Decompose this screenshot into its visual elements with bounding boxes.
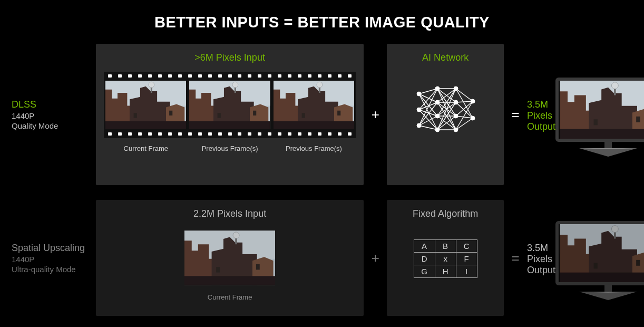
svg-point-46 — [417, 92, 421, 96]
output-header: 3.5M Pixels Output — [527, 243, 555, 276]
svg-point-49 — [435, 86, 440, 91]
row-dlss: DLSS 1440P Quality Mode >6M Pixels Input — [0, 44, 644, 185]
sprocket-row — [104, 131, 356, 137]
frame-label: Current Frame — [208, 293, 252, 301]
input-header: >6M Pixels Input — [194, 52, 265, 63]
equals-icon: = — [504, 107, 527, 123]
monitor-icon — [555, 78, 644, 157]
svg-point-51 — [435, 114, 440, 118]
output-panel-dlss: 3.5M Pixels Output — [527, 44, 639, 185]
frame-labels: Current Frame Previous Frame(s) Previous… — [104, 145, 356, 152]
svg-line-38 — [456, 89, 473, 101]
monitor-screen — [555, 221, 644, 285]
filmstrip-frames — [104, 79, 356, 131]
row-spatial: Spatial Upscaling 1440P Ultra-quality Mo… — [0, 200, 644, 316]
frame-thumb — [184, 230, 275, 286]
network-panel-spatial: Fixed Algorithm A B C D x F G H I — [387, 200, 504, 316]
svg-point-56 — [454, 128, 458, 132]
monitor-base — [579, 292, 637, 300]
input-header: 2.2M Pixels Input — [193, 208, 266, 219]
kernel-cell: C — [456, 240, 477, 253]
kernel-cell: A — [414, 240, 435, 253]
svg-point-57 — [471, 99, 475, 103]
frame-thumb — [274, 80, 354, 130]
svg-line-45 — [456, 118, 473, 130]
input-panel-spatial: 2.2M Pixels Input Current Frame — [96, 200, 364, 316]
monitor-base — [579, 148, 637, 157]
monitor-stand — [604, 142, 612, 148]
resolution-label: 1440P — [12, 255, 96, 264]
network-header: Fixed Algorithm — [413, 208, 478, 219]
monitor-stand — [604, 285, 612, 292]
svg-point-50 — [435, 100, 440, 104]
svg-point-54 — [454, 100, 458, 104]
tech-name: Spatial Upscaling — [12, 243, 96, 254]
frame-label: Previous Frame(s) — [188, 145, 271, 152]
svg-line-44 — [456, 116, 473, 118]
network-header: AI Network — [422, 52, 469, 63]
convolution-kernel-icon: A B C D x F G H I — [414, 239, 477, 278]
kernel-cell: I — [456, 265, 477, 278]
svg-point-58 — [471, 116, 475, 120]
comparison-rows: DLSS 1440P Quality Mode >6M Pixels Input — [0, 44, 644, 316]
input-panel-dlss: >6M Pixels Input — [96, 44, 364, 185]
monitor-icon — [555, 221, 644, 300]
frame-thumb — [105, 80, 186, 130]
output-header: 3.5M Pixels Output — [527, 99, 555, 132]
filmstrip-icon — [104, 72, 356, 138]
tech-name: DLSS — [12, 99, 96, 110]
svg-point-48 — [417, 123, 421, 128]
svg-line-21 — [419, 126, 437, 130]
monitor-screen — [555, 78, 644, 142]
plus-icon: + — [364, 107, 387, 123]
svg-line-39 — [456, 101, 473, 102]
svg-point-52 — [435, 128, 440, 132]
kernel-cell: D — [414, 253, 435, 265]
svg-line-11 — [419, 94, 437, 102]
sprocket-row — [104, 73, 356, 79]
kernel-cell: F — [456, 253, 477, 265]
resolution-label: 1440P — [12, 111, 96, 120]
plus-icon: + — [364, 250, 387, 266]
svg-point-53 — [454, 86, 458, 91]
kernel-cell: B — [435, 240, 456, 253]
svg-point-55 — [454, 114, 458, 118]
frame-thumb — [189, 80, 270, 130]
frame-label: Current Frame — [104, 145, 188, 152]
mode-label: Quality Mode — [12, 121, 96, 130]
frame-label: Previous Frame(s) — [272, 145, 356, 152]
neural-network-icon — [414, 83, 477, 136]
kernel-cell: H — [435, 265, 456, 278]
row-label-dlss: DLSS 1440P Quality Mode — [12, 99, 96, 130]
output-panel-spatial: 3.5M Pixels Output — [527, 200, 639, 316]
kernel-cell: G — [414, 265, 435, 278]
equals-icon: = — [504, 250, 527, 266]
row-label-spatial: Spatial Upscaling 1440P Ultra-quality Mo… — [12, 243, 96, 274]
kernel-cell: x — [435, 253, 456, 265]
network-panel-dlss: AI Network — [387, 44, 504, 185]
page-title: BETTER INPUTS = BETTER IMAGE QUALITY — [0, 0, 644, 44]
svg-point-47 — [417, 108, 421, 112]
mode-label: Ultra-quality Mode — [12, 265, 96, 274]
